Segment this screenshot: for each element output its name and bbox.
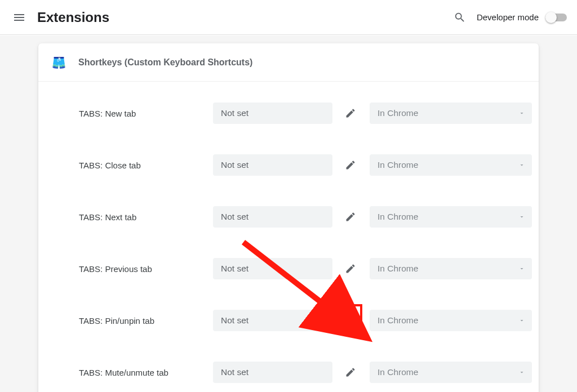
- chevron-down-icon: [518, 265, 525, 272]
- chevron-down-icon: [518, 317, 525, 324]
- search-button[interactable]: [449, 6, 471, 29]
- chevron-down-icon: [518, 110, 525, 117]
- shortcut-input[interactable]: Not set: [213, 258, 332, 279]
- shortcut-row: TABS: New tab Not set In Chrome: [38, 87, 539, 139]
- toggle-knob: [545, 12, 557, 23]
- edit-shortcut-button[interactable]: [338, 360, 363, 385]
- shortcut-input[interactable]: Not set: [213, 310, 332, 331]
- scope-value: In Chrome: [378, 160, 418, 170]
- shortcut-input[interactable]: Not set: [213, 362, 332, 383]
- scope-value: In Chrome: [378, 367, 418, 377]
- pencil-icon: [345, 108, 356, 119]
- shortcut-row: TABS: Mute/unmute tab Not set In Chrome: [38, 346, 539, 392]
- shortcut-label: TABS: Mute/unmute tab: [79, 368, 213, 377]
- shortcut-row: TABS: Previous tab Not set In Chrome: [38, 243, 539, 295]
- card-header: 🩳 Shortkeys (Custom Keyboard Shortcuts): [38, 43, 539, 82]
- shortcut-label: TABS: New tab: [79, 109, 213, 118]
- edit-shortcut-button[interactable]: [338, 256, 363, 281]
- shortcut-label: TABS: Close tab: [79, 161, 213, 170]
- chevron-down-icon: [518, 369, 525, 376]
- edit-shortcut-button[interactable]: [338, 308, 363, 333]
- shortcut-label: TABS: Next tab: [79, 212, 213, 222]
- edit-shortcut-button[interactable]: [338, 153, 363, 177]
- shortcut-input[interactable]: Not set: [213, 154, 332, 176]
- shortcut-rows: TABS: New tab Not set In Chrome TABS: Cl…: [38, 82, 539, 392]
- scope-value: In Chrome: [378, 264, 418, 274]
- menu-icon: [12, 11, 26, 24]
- extension-name: Shortkeys (Custom Keyboard Shortcuts): [78, 57, 252, 68]
- scope-select[interactable]: In Chrome: [370, 206, 532, 228]
- extension-app-icon: 🩳: [52, 57, 66, 68]
- hamburger-menu-button[interactable]: [6, 4, 33, 31]
- search-icon: [454, 11, 466, 24]
- shortcut-row: TABS: Close tab Not set In Chrome: [38, 139, 539, 191]
- page-title: Extensions: [37, 10, 109, 25]
- pencil-icon: [345, 315, 356, 326]
- chevron-down-icon: [518, 213, 525, 220]
- developer-mode-toggle[interactable]: [547, 14, 567, 21]
- scope-value: In Chrome: [378, 108, 418, 118]
- content-stage: 🩳 Shortkeys (Custom Keyboard Shortcuts) …: [0, 35, 577, 392]
- shortcut-label: TABS: Previous tab: [79, 264, 213, 274]
- pencil-icon: [345, 159, 356, 171]
- shortcut-label: TABS: Pin/unpin tab: [79, 316, 213, 326]
- scope-select[interactable]: In Chrome: [370, 103, 532, 124]
- shortcut-row: TABS: Pin/unpin tab Not set In Chrome: [38, 295, 539, 346]
- shortcut-row: TABS: Next tab Not set In Chrome: [38, 191, 539, 243]
- scope-value: In Chrome: [378, 315, 418, 326]
- shortcut-input[interactable]: Not set: [213, 103, 332, 124]
- edit-shortcut-button[interactable]: [338, 101, 363, 126]
- extension-card: 🩳 Shortkeys (Custom Keyboard Shortcuts) …: [38, 43, 539, 392]
- scope-select[interactable]: In Chrome: [370, 258, 532, 279]
- scope-select[interactable]: In Chrome: [370, 154, 532, 176]
- appbar: Extensions Developer mode: [0, 0, 577, 35]
- edit-shortcut-button[interactable]: [338, 204, 363, 229]
- developer-mode-label: Developer mode: [477, 12, 539, 22]
- pencil-icon: [345, 211, 356, 222]
- pencil-icon: [345, 263, 356, 274]
- scope-select[interactable]: In Chrome: [370, 362, 532, 383]
- pencil-icon: [345, 367, 356, 378]
- scope-value: In Chrome: [378, 212, 418, 222]
- shortcut-input[interactable]: Not set: [213, 206, 332, 228]
- scope-select[interactable]: In Chrome: [370, 310, 532, 331]
- chevron-down-icon: [518, 162, 525, 168]
